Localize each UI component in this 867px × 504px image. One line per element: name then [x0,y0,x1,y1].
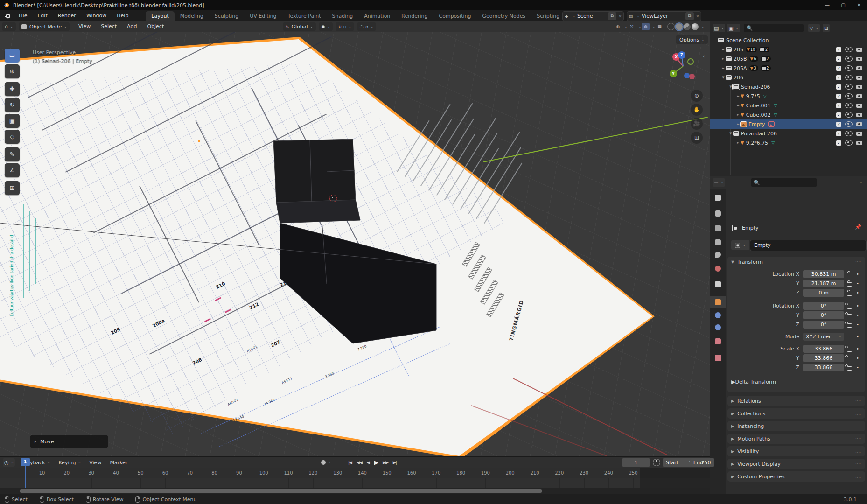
jump-to-start-button[interactable]: |◀ [348,460,352,465]
close-button[interactable]: ✕ [851,0,867,10]
scene-selector[interactable]: ◆⌄ Scene ⧉ ✕ [562,11,624,21]
panel-grip[interactable]: ∷∷ [856,425,861,429]
jump-to-end-button[interactable]: ▶| [393,460,397,465]
scene-name[interactable]: Scene [575,13,608,19]
hide-viewport-eye-icon[interactable] [845,65,853,71]
animate-property-dot[interactable]: • [854,334,861,339]
playhead[interactable]: 1 [21,458,30,466]
overlays-icon[interactable]: ◍ [642,23,650,30]
expand-caret-icon[interactable]: ► [736,94,741,98]
disable-render-camera-icon[interactable] [856,94,862,98]
hide-viewport-eye-icon[interactable] [845,103,853,108]
transform-value-field[interactable]: 0° [803,311,844,319]
properties-tab-collection[interactable] [710,278,726,290]
outliner-row-206[interactable]: ▼206✓ [710,73,867,82]
end-frame-value[interactable]: 250 [690,458,709,467]
panel-grip[interactable]: ∷∷ [856,450,861,454]
navigation-gizmo[interactable]: X Z Y [666,49,702,84]
orthographic-toggle-button[interactable]: ⊞ [691,132,703,144]
properties-tab-scene[interactable] [710,248,726,260]
viewlayer-copy-button[interactable]: ⧉ [685,12,694,20]
timeline-menu-marker[interactable]: Marker [105,460,132,466]
annotate-tool[interactable]: ✎ [5,147,20,161]
timeline-scrollbar[interactable] [20,489,542,493]
lock-closed-icon[interactable] [847,282,852,287]
disable-render-camera-icon[interactable] [856,85,862,89]
viewport-menu-object[interactable]: Object [142,21,169,32]
zoom-button[interactable]: ⊕ [691,90,703,102]
animate-property-dot[interactable]: • [854,303,861,308]
hide-viewport-eye-icon[interactable] [845,75,853,80]
viewport-3d[interactable]: kultuuriväärtuslikud tarindid ja detaili… [0,32,710,456]
expand-caret-icon[interactable]: ► [721,57,726,61]
outliner-row-205[interactable]: ►205▼102✓ [710,45,867,54]
pan-hand-button[interactable]: ✋ [691,104,703,116]
rotate-tool[interactable]: ↻ [5,98,20,112]
panel-instancing[interactable]: ▶Instancing∷∷ [727,421,865,431]
checkbox-icon[interactable]: ✓ [836,66,841,71]
viewlayer-selector[interactable]: ▤⌄ ViewLayer ⧉ ✕ [627,11,701,21]
panel-collections[interactable]: ▶Collections∷∷ [727,408,865,419]
properties-tab-texture[interactable] [710,352,726,364]
hide-viewport-eye-icon[interactable] [845,131,853,136]
outliner-row-9-2-6-75[interactable]: ►▼9.2*6.75▽✓ [710,138,867,147]
menu-window[interactable]: Window [81,10,112,21]
expand-caret-icon[interactable]: ▼ [728,132,733,135]
transform-value-field[interactable]: XYZ Euler⌄ [803,333,844,341]
outliner-row-scene-collection[interactable]: Scene Collection [710,35,867,45]
cursor-tool[interactable]: ⊕ [5,64,20,78]
shading-rendered-icon[interactable] [692,23,699,30]
properties-search-input[interactable]: 🔍 [751,178,817,187]
checkbox-icon[interactable]: ✓ [836,140,841,146]
blender-menu-icon[interactable] [4,13,11,20]
menu-render[interactable]: Render [53,10,81,21]
properties-tab-view-layer[interactable] [710,236,726,248]
disable-render-camera-icon[interactable] [856,48,862,52]
timeline-ruler[interactable]: 1020304050607080901001101201301401501601… [0,468,710,479]
panel-grip[interactable]: ∷∷ [856,412,861,416]
next-keyframe-button[interactable]: ▶▶ [383,460,388,465]
scene-copy-button[interactable]: ⧉ [608,12,616,20]
disable-render-camera-icon[interactable] [856,104,862,108]
expand-caret-icon[interactable]: ► [736,104,741,107]
panel-viewport-display[interactable]: ▶Viewport Display∷∷ [727,459,865,469]
outliner-row-empty[interactable]: ►Empty✓ [710,119,867,129]
checkbox-icon[interactable]: ✓ [836,122,841,127]
transform-value-field[interactable]: 33.866 [803,364,844,371]
outliner-display-mode-button[interactable]: ▤⌄ [713,24,725,32]
checkbox-icon[interactable]: ✓ [836,103,841,108]
filter-funnel-icon[interactable]: ▽⌄ [808,24,820,32]
sidebar-collapse-icon[interactable]: ‹ [703,53,705,59]
shading-solid-icon[interactable] [676,23,683,30]
lock-closed-icon[interactable] [847,292,852,296]
disable-render-camera-icon[interactable] [856,57,862,61]
pivot-point-selector[interactable]: ◉⌄ [319,22,333,31]
options-button[interactable]: Options⌄ [676,35,708,44]
scale-tool[interactable]: ▣ [5,114,20,128]
operator-panel-move[interactable]: ▸ Move [30,435,108,448]
panel-motion-paths[interactable]: ▶Motion Paths∷∷ [727,434,865,444]
transform-panel-header[interactable]: ▼Transform ∷∷ [727,257,865,267]
expand-caret-icon[interactable]: ► [736,141,741,145]
transform-tool[interactable]: ◇ [5,130,20,144]
checkbox-icon[interactable]: ✓ [836,75,841,80]
expand-caret-icon[interactable]: ▼ [721,76,726,79]
checkbox-icon[interactable]: ✓ [836,47,841,52]
panel-grip[interactable]: ∷∷ [856,260,861,265]
editor-type-button[interactable]: ⬦⌄ [2,22,16,31]
tab-rendering[interactable]: Rendering [396,11,433,21]
tab-shading[interactable]: Shading [327,11,359,21]
pin-icon[interactable]: 📌 [855,224,861,230]
lock-open-icon[interactable] [847,305,852,309]
measure-tool[interactable]: ∠ [5,163,20,177]
outliner-filter-type-button[interactable]: ▣⌄ [727,24,740,32]
lock-open-icon[interactable] [847,366,852,371]
panel-visibility[interactable]: ▶Visibility∷∷ [727,446,865,456]
hide-viewport-eye-icon[interactable] [845,112,853,118]
checkbox-icon[interactable]: ✓ [836,131,841,136]
checkbox-icon[interactable]: ✓ [836,84,841,90]
animate-property-dot[interactable]: • [854,356,861,361]
properties-tab-constraints[interactable] [710,309,726,321]
tab-modeling[interactable]: Modeling [175,11,209,21]
add-cube-tool[interactable]: ⊞ [5,181,20,195]
